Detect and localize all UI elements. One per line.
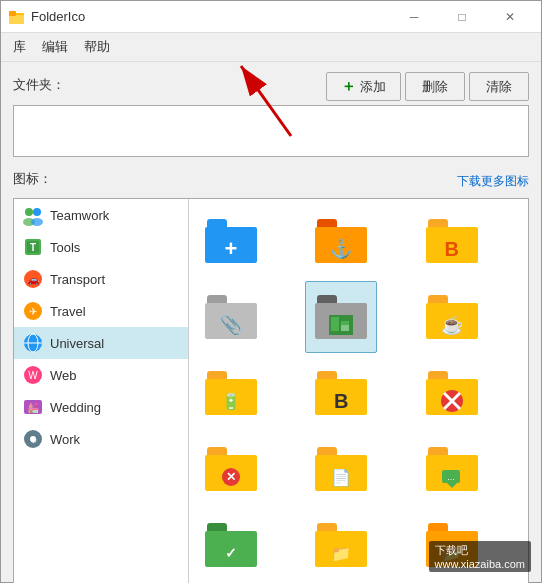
folder-section: 文件夹： ＋ 添加 删除 清除 <box>13 72 529 160</box>
icon-cell-4[interactable]: 📎 <box>195 281 267 353</box>
icon-cell-13[interactable]: ✓ <box>195 509 267 581</box>
icon-cell-8[interactable]: B <box>305 357 377 429</box>
close-button[interactable]: ✕ <box>487 7 533 27</box>
icon-header: 图标： 下载更多图标 <box>13 170 529 192</box>
svg-text:✓: ✓ <box>225 545 237 561</box>
category-item-work[interactable]: ⚙ Work <box>14 423 188 455</box>
icon-cell-2[interactable]: ⚓ <box>305 205 377 277</box>
icon-cell-10[interactable]: ✕ <box>195 433 267 505</box>
svg-text:✈: ✈ <box>29 306 37 317</box>
menu-item-edit[interactable]: 编辑 <box>34 35 76 59</box>
icon-grid-container: + ⚓ <box>189 199 528 583</box>
icon-section: 图标： 下载更多图标 Te <box>13 170 529 583</box>
category-label-web: Web <box>50 368 77 383</box>
svg-rect-29 <box>341 325 349 331</box>
category-item-transport[interactable]: 🚗 Transport <box>14 263 188 295</box>
svg-rect-1 <box>9 15 24 24</box>
icon-cell-7[interactable]: 🔋 <box>195 357 267 429</box>
svg-text:🚗: 🚗 <box>27 273 40 286</box>
icon-cell-1[interactable]: + <box>195 205 267 277</box>
svg-point-6 <box>33 208 41 216</box>
download-link[interactable]: 下载更多图标 <box>457 173 529 190</box>
svg-point-5 <box>25 208 33 216</box>
icon-cell-15[interactable]: 📂 <box>416 509 488 581</box>
icon-cell-3[interactable]: B <box>416 205 488 277</box>
svg-text:W: W <box>28 370 38 381</box>
icon-cell-6[interactable]: ☕ <box>416 281 488 353</box>
plus-icon: ＋ <box>341 77 356 96</box>
category-label-transport: Transport <box>50 272 105 287</box>
category-label-wedding: Wedding <box>50 400 101 415</box>
svg-text:T: T <box>30 242 36 253</box>
svg-text:✕: ✕ <box>226 470 236 484</box>
teamwork-icon <box>22 204 44 226</box>
window-title: FolderIco <box>31 9 85 24</box>
svg-rect-27 <box>331 317 339 331</box>
maximize-button[interactable]: □ <box>439 7 485 27</box>
main-content: 文件夹： ＋ 添加 删除 清除 <box>1 62 541 583</box>
minimize-button[interactable]: ─ <box>391 7 437 27</box>
add-button-label: 添加 <box>360 78 386 96</box>
svg-marker-36 <box>447 483 457 488</box>
category-label-work: Work <box>50 432 80 447</box>
menu-bar: 库 编辑 帮助 <box>1 33 541 62</box>
icon-cell-12[interactable]: ... <box>416 433 488 505</box>
folder-input[interactable] <box>13 105 529 157</box>
title-bar: FolderIco ─ □ ✕ <box>1 1 541 33</box>
svg-rect-2 <box>9 11 16 16</box>
category-item-travel[interactable]: ✈ Travel <box>14 295 188 327</box>
menu-item-help[interactable]: 帮助 <box>76 35 118 59</box>
folder-header: 文件夹： ＋ 添加 删除 清除 <box>13 72 529 101</box>
app-icon <box>9 9 25 25</box>
title-controls: ─ □ ✕ <box>391 7 533 27</box>
title-bar-left: FolderIco <box>9 9 85 25</box>
main-window: FolderIco ─ □ ✕ 库 编辑 帮助 文件夹： ＋ 添加 删除 <box>0 0 542 583</box>
category-item-tools[interactable]: T Tools <box>14 231 188 263</box>
category-item-teamwork[interactable]: Teamwork <box>14 199 188 231</box>
icon-cell-14[interactable]: 📁 <box>305 509 377 581</box>
category-label-universal: Universal <box>50 336 104 351</box>
category-label-tools: Tools <box>50 240 80 255</box>
menu-item-library[interactable]: 库 <box>5 35 34 59</box>
add-button[interactable]: ＋ 添加 <box>326 72 401 101</box>
travel-icon: ✈ <box>22 300 44 322</box>
folder-buttons: ＋ 添加 删除 清除 <box>326 72 529 101</box>
clear-button[interactable]: 清除 <box>469 72 529 101</box>
work-icon: ⚙ <box>22 428 44 450</box>
svg-text:💒: 💒 <box>27 401 40 414</box>
web-icon: W <box>22 364 44 386</box>
icon-cell-5[interactable] <box>305 281 377 353</box>
universal-icon <box>22 332 44 354</box>
category-label-travel: Travel <box>50 304 86 319</box>
icon-label: 图标： <box>13 170 52 188</box>
svg-text:⚙: ⚙ <box>30 436 37 445</box>
icon-main: Teamwork T Tools <box>13 198 529 583</box>
wedding-icon: 💒 <box>22 396 44 418</box>
delete-button[interactable]: 删除 <box>405 72 465 101</box>
svg-text:...: ... <box>447 472 455 482</box>
category-item-universal[interactable]: Universal <box>14 327 188 359</box>
svg-point-8 <box>31 218 43 226</box>
tools-icon: T <box>22 236 44 258</box>
category-list: Teamwork T Tools <box>14 199 189 583</box>
category-item-wedding[interactable]: 💒 Wedding <box>14 391 188 423</box>
icon-cell-11[interactable]: 📄 <box>305 433 377 505</box>
icon-grid: + ⚓ <box>195 205 522 581</box>
category-item-web[interactable]: W Web <box>14 359 188 391</box>
transport-icon: 🚗 <box>22 268 44 290</box>
folder-label: 文件夹： <box>13 76 65 94</box>
icon-cell-9[interactable] <box>416 357 488 429</box>
category-label-teamwork: Teamwork <box>50 208 109 223</box>
